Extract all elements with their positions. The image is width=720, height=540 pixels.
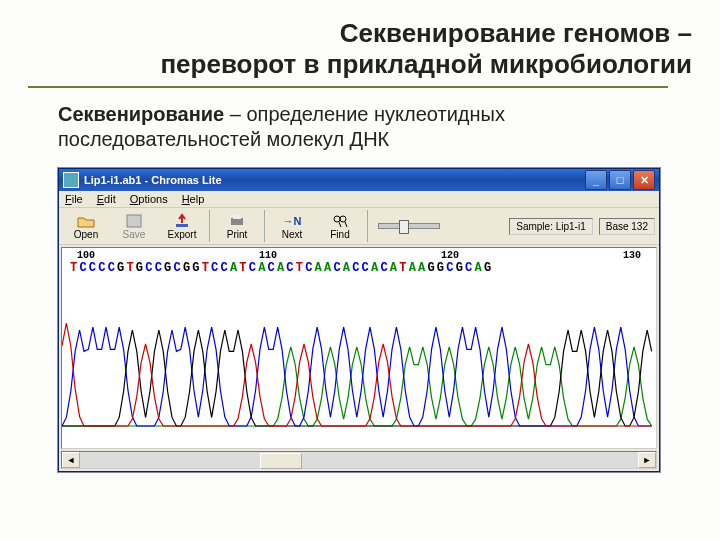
- ruler-tick: 120: [441, 250, 459, 261]
- menu-file[interactable]: File: [65, 193, 83, 205]
- sequence-row: TCCCCGTGCCGCGGTCCATCACACTCAACACCACATAAGG…: [62, 261, 656, 275]
- title-line-2: переворот в прикладной микробиологии: [160, 49, 692, 79]
- svg-rect-3: [233, 215, 241, 219]
- base-info: Base 132: [599, 218, 655, 235]
- next-icon: →N: [283, 213, 301, 229]
- export-icon: [173, 213, 191, 229]
- save-label: Save: [123, 229, 146, 240]
- separator: [367, 210, 368, 242]
- menu-help[interactable]: Help: [182, 193, 205, 205]
- sample-info: Sample: Lip1-i1: [509, 218, 593, 235]
- menubar: File Edit Options Help: [59, 191, 659, 208]
- horizontal-scrollbar[interactable]: ◄ ►: [61, 451, 657, 469]
- subtitle-bold: Секвенирование: [58, 103, 224, 125]
- export-label: Export: [168, 229, 197, 240]
- title-line-1: Секвенирование геномов –: [340, 18, 692, 48]
- find-icon: [331, 213, 349, 229]
- separator: [209, 210, 210, 242]
- toolbar: Open Save Export Print →N Next F: [59, 208, 659, 245]
- next-button[interactable]: →N Next: [269, 211, 315, 242]
- app-icon: [63, 172, 79, 188]
- zoom-slider[interactable]: [378, 223, 440, 229]
- save-icon: [125, 213, 143, 229]
- svg-point-5: [340, 216, 346, 222]
- ruler-tick: 100: [77, 250, 95, 261]
- close-button[interactable]: ✕: [633, 170, 655, 190]
- titlebar[interactable]: Lip1-i1.ab1 - Chromas Lite _ □ ✕: [59, 169, 659, 191]
- open-label: Open: [74, 229, 98, 240]
- save-button: Save: [111, 211, 157, 242]
- trace-plot: [62, 280, 656, 430]
- ruler-tick: 130: [623, 250, 641, 261]
- separator: [264, 210, 265, 242]
- scroll-right-button[interactable]: ►: [638, 452, 656, 468]
- scroll-left-button[interactable]: ◄: [62, 452, 80, 468]
- slide-title: Секвенирование геномов – переворот в при…: [28, 18, 692, 80]
- divider: [28, 86, 668, 88]
- chromatogram-area[interactable]: 100 110 120 130 TCCCCGTGCCGCGGTCCATCACAC…: [61, 247, 657, 449]
- svg-rect-1: [176, 224, 188, 227]
- app-window: Lip1-i1.ab1 - Chromas Lite _ □ ✕ File Ed…: [58, 168, 660, 472]
- find-button[interactable]: Find: [317, 211, 363, 242]
- position-ruler: 100 110 120 130: [62, 248, 656, 261]
- find-label: Find: [330, 229, 349, 240]
- scroll-track[interactable]: [80, 453, 638, 467]
- print-button[interactable]: Print: [214, 211, 260, 242]
- open-button[interactable]: Open: [63, 211, 109, 242]
- minimize-button[interactable]: _: [585, 170, 607, 190]
- print-label: Print: [227, 229, 248, 240]
- menu-edit[interactable]: Edit: [97, 193, 116, 205]
- slide-subtitle: Секвенирование – определение нуклеотидны…: [58, 102, 618, 152]
- svg-rect-0: [127, 215, 141, 227]
- maximize-button[interactable]: □: [609, 170, 631, 190]
- svg-point-4: [334, 216, 340, 222]
- print-icon: [228, 213, 246, 229]
- open-icon: [77, 213, 95, 229]
- menu-options[interactable]: Options: [130, 193, 168, 205]
- export-button[interactable]: Export: [159, 211, 205, 242]
- next-label: Next: [282, 229, 303, 240]
- window-title: Lip1-i1.ab1 - Chromas Lite: [84, 174, 222, 186]
- svg-rect-2: [231, 218, 243, 225]
- ruler-tick: 110: [259, 250, 277, 261]
- scroll-thumb[interactable]: [260, 453, 302, 469]
